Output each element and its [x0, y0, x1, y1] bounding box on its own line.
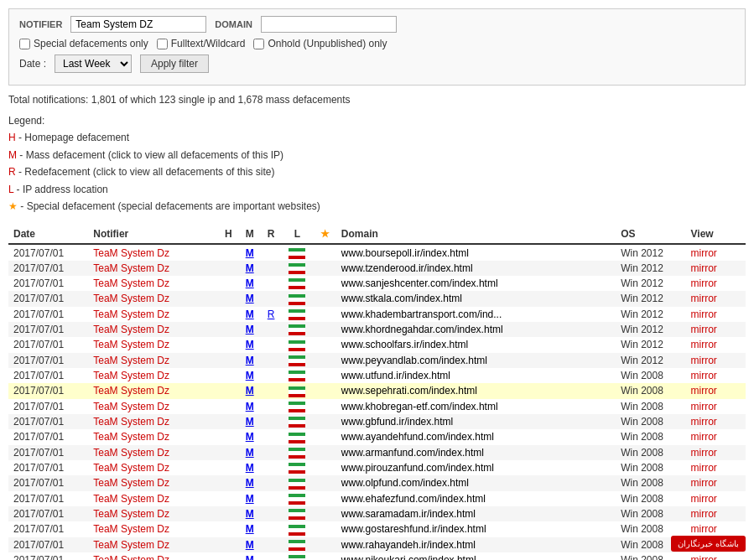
domain-link[interactable]: www.khobregan-etf.com/index.html	[341, 401, 498, 412]
notifier-link[interactable]: TeaM System Dz	[93, 324, 169, 335]
domain-link[interactable]: www.boursepoll.ir/index.html	[341, 247, 469, 259]
domain-link[interactable]: www.pirouzanfund.com/index.html	[341, 462, 494, 474]
m-link[interactable]: M	[246, 324, 254, 335]
mirror-link[interactable]: mirror	[691, 293, 717, 304]
notifier-link[interactable]: TeaM System Dz	[93, 401, 169, 412]
special-checkbox-label[interactable]: Special defacements only	[19, 38, 148, 49]
m-link[interactable]: M	[246, 293, 254, 304]
notifier-link[interactable]: TeaM System Dz	[93, 523, 169, 535]
m-link[interactable]: M	[246, 477, 254, 489]
domain-input[interactable]	[261, 16, 397, 33]
notifier-link[interactable]: TeaM System Dz	[93, 416, 169, 428]
mirror-link[interactable]: mirror	[691, 401, 717, 412]
legend-m-link[interactable]: M	[8, 149, 17, 161]
mirror-link[interactable]: mirror	[691, 523, 717, 535]
notifier-link[interactable]: TeaM System Dz	[93, 431, 169, 443]
domain-link[interactable]: www.armanfund.com/index.html	[341, 447, 484, 459]
notifier-link[interactable]: TeaM System Dz	[93, 355, 169, 366]
notifier-link[interactable]: TeaM System Dz	[93, 554, 169, 560]
domain-link[interactable]: www.tzenderood.ir/index.html	[341, 262, 473, 274]
m-link[interactable]: M	[246, 508, 254, 520]
mirror-link[interactable]: mirror	[691, 508, 717, 520]
mirror-link[interactable]: mirror	[691, 262, 717, 274]
notifier-link[interactable]: TeaM System Dz	[93, 247, 169, 259]
m-link[interactable]: M	[246, 401, 254, 412]
fulltext-checkbox-label[interactable]: Fulltext/Wildcard	[157, 38, 246, 49]
notifier-link[interactable]: TeaM System Dz	[93, 277, 169, 289]
m-link[interactable]: M	[246, 431, 254, 443]
m-link[interactable]: M	[246, 385, 254, 397]
notifier-link[interactable]: TeaM System Dz	[93, 309, 169, 320]
domain-link[interactable]: www.rahayandeh.ir/index.html	[341, 539, 476, 551]
notifier-link[interactable]: TeaM System Dz	[93, 539, 169, 551]
r-link[interactable]: R	[268, 309, 275, 320]
m-link[interactable]: M	[246, 309, 254, 320]
cell-view: mirror	[686, 307, 746, 322]
notifier-link[interactable]: TeaM System Dz	[93, 477, 169, 489]
domain-link[interactable]: www.stkala.com/index.html	[341, 293, 462, 304]
mirror-link[interactable]: mirror	[691, 277, 717, 289]
domain-link[interactable]: www.schoolfars.ir/index.html	[341, 339, 468, 350]
mirror-link[interactable]: mirror	[691, 324, 717, 335]
mirror-link[interactable]: mirror	[691, 493, 717, 505]
m-link[interactable]: M	[246, 262, 254, 274]
domain-link[interactable]: www.nikoukari.com/index.html	[341, 554, 476, 560]
domain-link[interactable]: www.sepehrati.com/index.html	[341, 385, 477, 397]
mirror-link[interactable]: mirror	[691, 355, 717, 366]
domain-link[interactable]: www.peyvandlab.com/index.html	[341, 355, 487, 366]
legend-r-link[interactable]: R	[8, 166, 16, 178]
mirror-link[interactable]: mirror	[691, 431, 717, 443]
mirror-link[interactable]: mirror	[691, 385, 717, 397]
notifier-link[interactable]: TeaM System Dz	[93, 339, 169, 350]
domain-link[interactable]: www.saramadam.ir/index.html	[341, 508, 476, 520]
mirror-link[interactable]: mirror	[691, 477, 717, 489]
mirror-link[interactable]: mirror	[691, 416, 717, 428]
onhold-checkbox[interactable]	[253, 39, 264, 49]
mirror-link[interactable]: mirror	[691, 247, 717, 259]
onhold-checkbox-label[interactable]: Onhold (Unpublished) only	[253, 38, 387, 49]
mirror-link[interactable]: mirror	[691, 554, 717, 560]
m-link[interactable]: M	[246, 493, 254, 505]
mirror-link[interactable]: mirror	[691, 339, 717, 350]
apply-filter-button[interactable]: Apply filter	[140, 54, 209, 73]
fulltext-checkbox[interactable]	[157, 39, 168, 49]
notifier-link[interactable]: TeaM System Dz	[93, 462, 169, 474]
notifier-link[interactable]: TeaM System Dz	[93, 262, 169, 274]
mirror-link[interactable]: mirror	[691, 447, 717, 459]
m-link[interactable]: M	[246, 355, 254, 366]
notifier-link[interactable]: TeaM System Dz	[93, 370, 169, 381]
legend-h-link[interactable]: H	[8, 132, 16, 143]
m-link[interactable]: M	[246, 462, 254, 474]
domain-link[interactable]: www.gbfund.ir/index.html	[341, 416, 453, 428]
legend-l-link[interactable]: L	[8, 184, 13, 195]
notifier-link[interactable]: TeaM System Dz	[93, 293, 169, 304]
domain-link[interactable]: www.khadembartransport.com/ind...	[341, 309, 502, 320]
m-link[interactable]: M	[246, 554, 254, 560]
m-link[interactable]: M	[246, 416, 254, 428]
domain-link[interactable]: www.sanjeshcenter.com/index.html	[341, 277, 498, 289]
domain-link[interactable]: www.utfund.ir/index.html	[341, 370, 450, 381]
m-link[interactable]: M	[246, 447, 254, 459]
special-checkbox[interactable]	[19, 39, 30, 49]
notifier-input[interactable]	[70, 16, 206, 33]
domain-link[interactable]: www.ehafezfund.com/index.html	[341, 493, 486, 505]
domain-link[interactable]: www.gostareshfund.ir/index.html	[341, 523, 486, 535]
notifier-link[interactable]: TeaM System Dz	[93, 493, 169, 505]
domain-link[interactable]: www.olpfund.com/index.html	[341, 477, 469, 489]
notifier-link[interactable]: TeaM System Dz	[93, 447, 169, 459]
m-link[interactable]: M	[246, 339, 254, 350]
mirror-link[interactable]: mirror	[691, 462, 717, 474]
mirror-link[interactable]: mirror	[691, 370, 717, 381]
notifier-link[interactable]: TeaM System Dz	[93, 508, 169, 520]
domain-link[interactable]: www.khordnegahdar.com/index.html	[341, 324, 503, 335]
cell-r	[261, 521, 282, 537]
m-link[interactable]: M	[246, 370, 254, 381]
mirror-link[interactable]: mirror	[691, 309, 717, 320]
date-select[interactable]: Last Week Last Month Last Year All Time	[55, 54, 132, 73]
domain-link[interactable]: www.ayandehfund.com/index.html	[341, 431, 494, 443]
m-link[interactable]: M	[246, 523, 254, 535]
m-link[interactable]: M	[246, 277, 254, 289]
notifier-link[interactable]: TeaM System Dz	[93, 385, 169, 397]
m-link[interactable]: M	[246, 539, 254, 551]
m-link[interactable]: M	[246, 247, 254, 259]
